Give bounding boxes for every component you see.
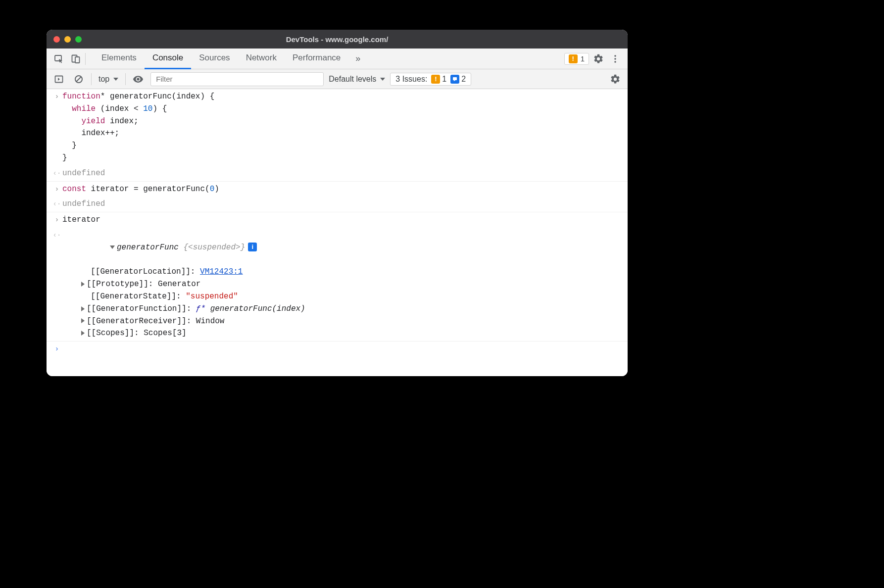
info-badge-icon[interactable]: i <box>248 243 257 251</box>
console-settings-icon[interactable] <box>608 72 623 87</box>
more-tabs-icon[interactable]: » <box>350 51 365 66</box>
input-prompt-icon: › <box>51 183 62 196</box>
inspect-element-icon[interactable] <box>51 51 66 66</box>
levels-label: Default levels <box>329 75 376 84</box>
object-properties: [[GeneratorLocation]]: VM12423:1 [[Proto… <box>62 266 621 340</box>
issues-info-count: 2 <box>461 75 466 84</box>
minimize-window-button[interactable] <box>64 36 71 43</box>
svg-rect-9 <box>453 77 457 80</box>
console-result-row: ‹· undefined <box>47 196 628 212</box>
console-input-row: › const iterator = generatorFunc(0) <box>47 182 628 197</box>
console-prompt-row[interactable]: › <box>47 342 628 356</box>
divider <box>125 73 126 85</box>
context-label: top <box>98 75 109 84</box>
object-property[interactable]: [[Prototype]]: Generator <box>81 278 621 291</box>
chevron-down-icon <box>380 78 385 81</box>
console-input-row: › iterator <box>47 212 628 228</box>
execution-context-select[interactable]: top <box>97 75 120 84</box>
divider <box>85 53 86 65</box>
svg-line-8 <box>76 77 81 82</box>
console-input[interactable] <box>62 343 621 355</box>
warning-icon: ! <box>569 54 578 63</box>
code-block[interactable]: const iterator = generatorFunc(0) <box>62 183 621 196</box>
log-levels-select[interactable]: Default levels <box>329 75 385 84</box>
code-block[interactable]: iterator <box>62 214 621 226</box>
object-class-name: generatorFunc <box>117 243 183 252</box>
warnings-badge[interactable]: ! 1 <box>564 53 589 65</box>
live-expression-icon[interactable] <box>131 72 146 87</box>
result-icon: ‹· <box>51 167 62 180</box>
disclosure-triangle-right-icon[interactable] <box>81 318 85 323</box>
tab-network[interactable]: Network <box>238 49 285 69</box>
source-link[interactable]: VM12423:1 <box>200 267 243 276</box>
panel-tabs: Elements Console Sources Network Perform… <box>94 49 348 69</box>
object-inspector[interactable]: generatorFunc {<suspended>}i [[Generator… <box>62 229 621 340</box>
issues-button[interactable]: 3 Issues: ! 1 2 <box>390 73 471 86</box>
tab-elements[interactable]: Elements <box>94 49 145 69</box>
settings-icon[interactable] <box>591 51 606 66</box>
console-input-row: › function* generatorFunc(index) { while… <box>47 89 628 166</box>
tab-sources[interactable]: Sources <box>191 49 238 69</box>
svg-point-5 <box>614 61 616 63</box>
object-property[interactable]: [[GeneratorReceiver]]: Window <box>81 315 621 328</box>
svg-point-3 <box>614 55 616 57</box>
console-output[interactable]: › function* generatorFunc(index) { while… <box>47 89 628 376</box>
toggle-sidebar-icon[interactable] <box>51 72 66 87</box>
input-prompt-icon: › <box>51 91 62 164</box>
svg-point-4 <box>614 58 616 60</box>
disclosure-triangle-down-icon[interactable] <box>110 245 115 249</box>
warning-icon: ! <box>431 75 440 84</box>
close-window-button[interactable] <box>53 36 60 43</box>
traffic-lights <box>53 36 82 43</box>
clear-console-icon[interactable] <box>71 72 86 87</box>
tab-performance[interactable]: Performance <box>285 49 348 69</box>
disclosure-triangle-right-icon[interactable] <box>81 306 85 311</box>
object-state: {<suspended>} <box>183 243 245 252</box>
result-value: undefined <box>62 167 621 180</box>
maximize-window-button[interactable] <box>75 36 82 43</box>
console-result-row: ‹· undefined <box>47 166 628 182</box>
code-block[interactable]: function* generatorFunc(index) { while (… <box>62 91 621 164</box>
result-value: undefined <box>62 198 621 210</box>
disclosure-triangle-right-icon[interactable] <box>81 282 85 287</box>
object-property[interactable]: [[Scopes]]: Scopes[3] <box>81 327 621 340</box>
tab-console[interactable]: Console <box>145 49 191 69</box>
divider <box>91 73 92 85</box>
svg-rect-2 <box>75 57 80 63</box>
result-icon: ‹· <box>51 198 62 210</box>
issues-warn-count: 1 <box>442 75 446 84</box>
object-property[interactable]: [[GeneratorFunction]]: ƒ* generatorFunc(… <box>81 303 621 315</box>
console-toolbar: top Default levels 3 Issues: ! 1 2 <box>47 69 628 89</box>
kebab-menu-icon[interactable] <box>608 51 623 66</box>
devtools-window: DevTools - www.google.com/ Elements Cons… <box>47 30 628 376</box>
warnings-count: 1 <box>581 54 585 63</box>
object-property[interactable]: [[GeneratorLocation]]: VM12423:1 <box>81 266 621 278</box>
titlebar: DevTools - www.google.com/ <box>47 30 628 49</box>
window-title: DevTools - www.google.com/ <box>47 35 628 44</box>
info-icon <box>450 75 459 84</box>
console-object-row: ‹· generatorFunc {<suspended>}i [[Genera… <box>47 228 628 342</box>
main-tabs-bar: Elements Console Sources Network Perform… <box>47 49 628 69</box>
issues-label: 3 Issues: <box>395 75 427 84</box>
filter-input[interactable] <box>150 72 324 86</box>
result-icon: ‹· <box>51 229 62 340</box>
input-prompt-icon: › <box>51 343 62 355</box>
chevron-down-icon <box>113 78 118 81</box>
device-toolbar-icon[interactable] <box>68 51 83 66</box>
disclosure-triangle-right-icon[interactable] <box>81 331 85 336</box>
object-property[interactable]: [[GeneratorState]]: "suspended" <box>81 291 621 303</box>
input-prompt-icon: › <box>51 214 62 226</box>
